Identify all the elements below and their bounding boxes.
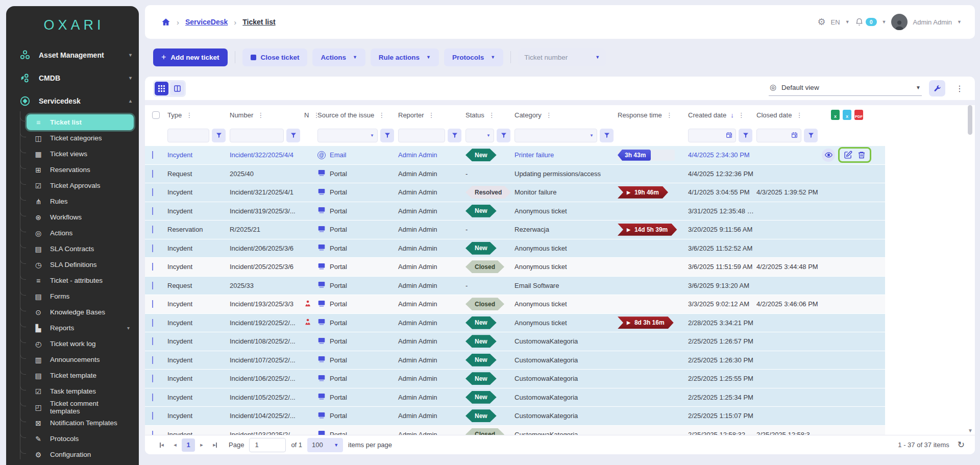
filter-category-funnel-button[interactable] <box>600 129 614 142</box>
protocols-dropdown-button[interactable]: Protocols▼ <box>444 48 503 66</box>
row-checkbox[interactable] <box>152 394 153 401</box>
filter-source-funnel-button[interactable] <box>380 129 394 142</box>
row-checkbox[interactable] <box>152 151 153 159</box>
filter-source-input[interactable]: ▼ <box>317 129 378 142</box>
row-checkbox[interactable] <box>152 188 153 196</box>
page-1-button[interactable]: 1 <box>182 438 195 452</box>
sidebar-item-ticket-views[interactable]: ▦Ticket views <box>27 146 134 162</box>
filter-closed-input[interactable] <box>756 129 801 142</box>
filter-reporter-input[interactable] <box>398 129 445 142</box>
breadcrumb-servicedesk-link[interactable]: ServiceDesk <box>185 18 228 26</box>
sidebar-item-knowledge-bases[interactable]: ⊙Knowledge Bases <box>27 304 134 320</box>
scrollbar-thumb[interactable] <box>968 105 972 135</box>
view-selector[interactable]: ◎ Default view ▼ <box>769 81 922 96</box>
sidebar-item-asset-management[interactable]: Asset Management▾ <box>6 43 139 66</box>
filter-type-funnel-button[interactable] <box>212 129 226 142</box>
first-page-button[interactable]: ◂ <box>155 438 168 452</box>
row-checkbox[interactable] <box>152 226 153 233</box>
ticket-row[interactable]: IncydentIncident/104/2025/2/...PortalAdm… <box>145 407 885 426</box>
row-checkbox[interactable] <box>152 337 153 345</box>
sidebar-item-ticket-approvals[interactable]: ☑Ticket Approvals <box>27 178 134 193</box>
user-avatar[interactable] <box>891 14 908 30</box>
sidebar-item-announcements[interactable]: ▥Announcements <box>27 352 134 368</box>
sidebar-item-notification-templates[interactable]: ⊠Notification Templates <box>27 415 134 431</box>
column-menu-kebab[interactable]: ⋮ <box>428 111 435 119</box>
sidebar-item-forms[interactable]: ▤Forms <box>27 288 134 304</box>
refresh-icon[interactable]: ↻ <box>958 439 965 450</box>
ticket-row[interactable]: IncydentIncident/108/2025/2/...PortalAdm… <box>145 332 885 351</box>
export-csv-button[interactable]: X <box>843 110 851 120</box>
ticket-row[interactable]: IncydentIncident/193/2025/3/3PortalAdmin… <box>145 295 885 314</box>
notifications[interactable]: 0 <box>855 17 877 27</box>
sidebar-item-task-templates[interactable]: ☑Task templates <box>27 383 134 399</box>
ticket-row[interactable]: Request2025/33PortalAdmin Admin-Email So… <box>145 277 885 296</box>
sidebar-item-ticket-attributes[interactable]: ≡Ticket - attributes <box>27 273 134 288</box>
row-checkbox[interactable] <box>152 412 153 420</box>
column-menu-kebab[interactable]: ⋮ <box>186 111 192 119</box>
row-checkbox[interactable] <box>152 263 153 271</box>
ticket-row[interactable]: IncydentIncident/192/2025/2/...PortalAdm… <box>145 314 885 333</box>
page-number-input[interactable]: 1 <box>249 438 286 452</box>
ticket-row[interactable]: IncydentIncident/319/2025/3/...PortalAdm… <box>145 202 885 221</box>
sort-desc-icon[interactable]: ↓ <box>730 111 734 119</box>
filter-category-input[interactable]: ▼ <box>514 129 597 142</box>
prev-page-button[interactable]: ◂ <box>168 438 182 452</box>
sidebar-item-ticket-template[interactable]: ▤Ticket template <box>27 368 134 383</box>
edit-ticket-button[interactable] <box>844 151 852 159</box>
row-checkbox[interactable] <box>152 282 153 289</box>
next-page-button[interactable]: ▸ <box>195 438 208 452</box>
home-icon[interactable] <box>161 17 170 27</box>
filter-status-funnel-button[interactable] <box>497 129 510 142</box>
vertical-scrollbar[interactable]: ▼ <box>968 105 973 434</box>
export-pdf-button[interactable]: PDF <box>854 110 863 120</box>
items-per-page-select[interactable]: 100▼ <box>307 438 343 452</box>
sidebar-item-reports[interactable]: ▙Reports▾ <box>27 320 134 336</box>
breadcrumb-ticket-list[interactable]: Ticket list <box>242 18 275 26</box>
sidebar-item-cmdb[interactable]: CMDB▾ <box>6 66 139 89</box>
column-view-toggle[interactable] <box>170 82 184 95</box>
export-xls-button[interactable]: X <box>831 110 840 120</box>
ticket-row[interactable]: ReservationR/2025/21PortalAdmin Admin-Re… <box>145 221 885 239</box>
ticket-row[interactable]: IncydentIncident/106/2025/2/...PortalAdm… <box>145 370 885 388</box>
filter-closed-funnel-button[interactable] <box>804 129 818 142</box>
filter-created-funnel-button[interactable] <box>739 129 752 142</box>
ticket-row[interactable]: IncydentIncident/206/2025/3/6PortalAdmin… <box>145 239 885 258</box>
row-checkbox[interactable] <box>152 300 153 308</box>
sidebar-item-ticket-work-log[interactable]: ◴Ticket work log <box>27 336 134 352</box>
chevron-down-icon[interactable]: ▼ <box>845 19 850 25</box>
row-checkbox[interactable] <box>152 244 153 252</box>
column-menu-kebab[interactable]: ⋮ <box>378 111 385 119</box>
chevron-down-icon[interactable]: ▼ <box>882 19 887 25</box>
row-checkbox[interactable] <box>152 170 153 178</box>
last-page-button[interactable]: ▸ <box>208 438 222 452</box>
sidebar-item-servicedesk[interactable]: Servicedesk▴ <box>6 89 139 112</box>
filter-number-funnel-button[interactable] <box>286 129 300 142</box>
ticket-row[interactable]: Request2025/40PortalAdmin Admin-Updating… <box>145 165 885 184</box>
view-settings-wrench-button[interactable] <box>929 80 945 96</box>
ticket-row[interactable]: IncydentIncident/103/2025/2/...PortalAdm… <box>145 426 885 436</box>
row-checkbox[interactable] <box>152 207 153 215</box>
sidebar-item-protocols[interactable]: ✎Protocols <box>27 431 134 447</box>
user-name[interactable]: Admin Admin <box>913 18 952 26</box>
sidebar-item-ticket-categories[interactable]: ◫Ticket categories <box>27 130 134 146</box>
grid-view-toggle[interactable] <box>155 82 168 95</box>
chevron-down-icon[interactable]: ▼ <box>957 19 962 25</box>
row-checkbox[interactable] <box>152 375 153 382</box>
sidebar-item-ticket-list[interactable]: ≡Ticket list <box>27 114 134 130</box>
filter-reporter-funnel-button[interactable] <box>448 129 461 142</box>
filter-type-input[interactable] <box>167 129 209 142</box>
ticket-row[interactable]: IncydentIncident/105/2025/2/...PortalAdm… <box>145 388 885 407</box>
row-checkbox[interactable] <box>152 356 153 364</box>
filter-created-input[interactable] <box>688 129 736 142</box>
ticket-number-select[interactable]: Ticket number▼ <box>518 48 606 66</box>
column-menu-kebab[interactable]: ⋮ <box>488 111 495 119</box>
column-menu-kebab[interactable]: ⋮ <box>666 111 673 119</box>
column-menu-kebab[interactable]: ⋮ <box>796 111 802 119</box>
ticket-row[interactable]: IncydentIncident/322/2025/4/4@EmailAdmin… <box>145 146 885 165</box>
column-menu-kebab[interactable]: ⋮ <box>257 111 264 119</box>
language-selector[interactable]: EN <box>831 18 840 26</box>
sidebar-item-configuration[interactable]: ⚙Configuration <box>27 447 134 462</box>
sidebar-item-reservations[interactable]: ⊞Reservations <box>27 162 134 178</box>
filter-status-input[interactable]: ▼ <box>465 129 494 142</box>
select-all-checkbox[interactable] <box>152 111 160 119</box>
